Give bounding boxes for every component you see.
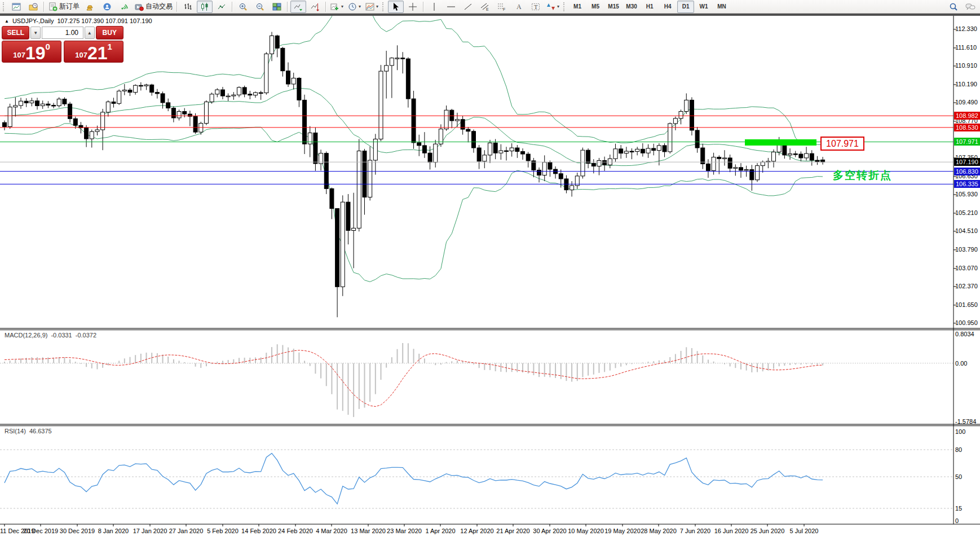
rsi-value: 46.6375 xyxy=(29,428,52,434)
profiles-button[interactable] xyxy=(25,1,41,13)
chat-button[interactable] xyxy=(963,1,978,13)
line-chart-button[interactable] xyxy=(214,1,229,13)
indicators-button[interactable]: ▾ xyxy=(329,1,345,13)
arrows-button[interactable]: ▾ xyxy=(545,1,561,13)
timeframe-mn-button[interactable]: MN xyxy=(713,1,730,13)
bear-candle xyxy=(150,85,154,92)
bull-candle xyxy=(373,139,377,160)
autoscroll-button[interactable] xyxy=(290,1,306,13)
bear-candle xyxy=(821,160,825,162)
mql5-community-icon xyxy=(103,2,112,11)
chart-canvas[interactable] xyxy=(0,16,980,536)
deposit-button[interactable] xyxy=(82,1,98,13)
rsi-line xyxy=(5,453,823,504)
bear-candle xyxy=(810,153,814,160)
timeframe-m5-button[interactable]: M5 xyxy=(587,1,604,13)
cursor-button[interactable] xyxy=(388,1,404,13)
bull-candle xyxy=(106,102,110,112)
toolbar-drag-handle[interactable] xyxy=(3,2,6,11)
buy-price-tile[interactable]: 107 21 1 xyxy=(64,41,123,63)
timeframe-h1-button[interactable]: H1 xyxy=(641,1,658,13)
fibonacci-button[interactable]: F xyxy=(494,1,510,13)
price-callout-label[interactable]: 107.971 xyxy=(820,137,864,151)
bear-candle xyxy=(73,118,77,125)
bull-candle xyxy=(499,151,503,153)
bear-candle xyxy=(112,102,116,104)
vertical-line-button[interactable] xyxy=(426,1,442,13)
bull-candle xyxy=(722,158,726,159)
timeframe-m30-button[interactable]: M30 xyxy=(623,1,640,13)
highlight-rectangle[interactable] xyxy=(745,139,816,146)
bear-candle xyxy=(815,160,819,162)
equidistant-channel-button[interactable]: E xyxy=(477,1,493,13)
bull-candle xyxy=(90,131,94,139)
bear-candle xyxy=(603,160,607,165)
bull-candle xyxy=(204,102,208,124)
candlestick-chart-button[interactable] xyxy=(197,1,213,13)
profiles-icon xyxy=(29,2,38,11)
sell-button[interactable]: SELL xyxy=(2,26,29,39)
arrows-dropdown-caret: ▾ xyxy=(557,5,559,9)
new-order-button[interactable]: 新订单 xyxy=(47,1,81,13)
bear-candle xyxy=(559,174,563,179)
bull-candle xyxy=(624,151,628,153)
volume-input[interactable] xyxy=(42,27,83,39)
bull-candle xyxy=(14,106,17,107)
macd-indicator-header: MACD(12,26,9) -0.0331 -0.0372 xyxy=(5,332,96,339)
search-button[interactable] xyxy=(946,1,961,13)
gold-ingot-icon xyxy=(86,2,95,11)
tile-windows-button[interactable] xyxy=(269,1,285,13)
horizontal-line-button[interactable] xyxy=(443,1,459,13)
toolbar-drag-handle[interactable] xyxy=(382,2,386,11)
autotrading-icon xyxy=(135,2,144,11)
mql5-community-button[interactable] xyxy=(99,1,115,13)
timeframe-m1-button[interactable]: M1 xyxy=(569,1,586,13)
toolbar-drag-handle[interactable] xyxy=(563,2,567,11)
timeframe-m15-button[interactable]: M15 xyxy=(605,1,622,13)
text-button[interactable]: A xyxy=(511,1,527,13)
templates-button[interactable]: ▾ xyxy=(364,1,380,13)
sell-price-tile[interactable]: 107 19 0 xyxy=(2,41,61,63)
vertical-line-icon xyxy=(430,2,439,11)
bull-candle xyxy=(712,157,716,171)
chart-shift-button[interactable] xyxy=(307,1,323,13)
bear-candle xyxy=(739,168,743,170)
symbol-title: USDJPY-,Daily xyxy=(12,17,54,24)
autotrading-button[interactable]: 自动交易 xyxy=(133,1,174,13)
bull-candle xyxy=(237,87,241,95)
timeframe-h4-button[interactable]: H4 xyxy=(659,1,676,13)
fibonacci-icon: F xyxy=(497,2,506,11)
bull-candle xyxy=(8,107,12,127)
chart-window[interactable]: 112.330111.610110.910110.190109.490108.7… xyxy=(0,16,980,536)
text-label-button[interactable]: T xyxy=(528,1,544,13)
volume-decrease-button[interactable]: ▼ xyxy=(30,27,41,39)
chart-annotation-text[interactable]: 多空转折点 xyxy=(833,168,892,183)
bear-candle xyxy=(515,148,519,151)
crosshair-button[interactable] xyxy=(405,1,421,13)
trendline-button[interactable] xyxy=(460,1,476,13)
bear-candle xyxy=(401,58,405,59)
new-chart-button[interactable] xyxy=(8,1,24,13)
volume-increase-button[interactable]: ▲ xyxy=(85,27,95,39)
bar-chart-button[interactable] xyxy=(180,1,196,13)
zoom-in-button[interactable] xyxy=(235,1,251,13)
bear-candle xyxy=(346,202,350,230)
signals-button[interactable] xyxy=(116,1,132,13)
bear-candle xyxy=(220,90,224,96)
collapse-panel-icon[interactable]: ▲ xyxy=(5,19,9,24)
bull-candle xyxy=(41,104,45,106)
bear-candle xyxy=(85,128,89,139)
bull-candle xyxy=(177,112,181,118)
bear-candle xyxy=(3,122,7,126)
timeframe-d1-button[interactable]: D1 xyxy=(677,1,694,13)
indicators-dropdown-caret: ▾ xyxy=(341,5,343,9)
macd-value: -0.0331 xyxy=(51,332,72,339)
periods-button[interactable]: ▾ xyxy=(346,1,363,13)
bear-candle xyxy=(477,148,481,161)
svg-text:E: E xyxy=(486,7,489,11)
bear-candle xyxy=(63,99,67,104)
caret-up-icon: ▲ xyxy=(87,30,92,36)
timeframe-w1-button[interactable]: W1 xyxy=(695,1,712,13)
buy-button[interactable]: BUY xyxy=(96,26,123,39)
zoom-out-button[interactable] xyxy=(252,1,268,13)
